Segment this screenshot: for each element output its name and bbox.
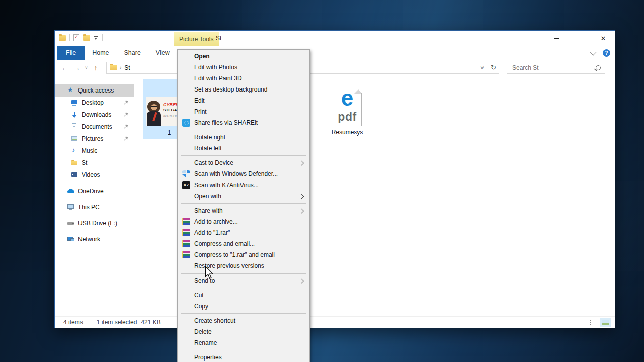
menu-item-send-to[interactable]: Send to [178,275,309,286]
ribbon-tabs: File Home Share View ? [55,46,615,60]
submenu-arrow-icon [299,194,303,199]
close-button[interactable]: ✕ [592,31,615,46]
menu-item-scan-with-windows-defender[interactable]: Scan with Windows Defender... [178,168,309,179]
winrar-icon [182,240,190,247]
sidebar-item-pictures[interactable]: Pictures [55,133,134,145]
menu-item-set-as-desktop-background[interactable]: Set as desktop background [178,84,309,95]
shareit-icon [182,119,190,127]
sidebar-item-videos[interactable]: Videos [55,169,134,181]
cartoon-glasses [151,106,157,107]
usb-icon [67,219,75,227]
thispc-icon [67,203,75,211]
menu-item-rotate-right[interactable]: Rotate right [178,132,309,143]
menu-item-scan-with-k7antivirus[interactable]: K7Scan with K7AntiVirus... [178,179,309,191]
breadcrumb-item[interactable]: St [124,64,130,71]
folder-icon [110,65,117,70]
menu-item-compress-to-1-rar-and-email[interactable]: Compress to "1.rar" and email [178,249,309,260]
details-view-icon[interactable] [590,319,597,326]
menu-separator [181,155,306,156]
sidebar-item-this-pc[interactable]: This PC [55,201,134,213]
new-folder-icon[interactable] [83,35,90,41]
tab-file[interactable]: File [57,46,85,60]
menu-item-edit[interactable]: Edit [178,95,309,106]
menu-item-properties[interactable]: Properties [178,352,309,362]
pin-icon [123,124,129,131]
sidebar-item-usb-drive-f[interactable]: USB Drive (F:) [55,217,134,229]
menu-item-open[interactable]: Open [178,51,309,62]
menu-item-compress-and-email[interactable]: Compress and email... [178,238,309,249]
minimize-button[interactable] [545,31,569,46]
mouse-cursor [205,266,213,281]
up-button[interactable]: ↑ [90,64,102,72]
address-dropdown-icon[interactable]: ˅ [477,62,488,73]
menu-item-restore-previous-versions[interactable]: Restore previous versions [178,260,309,272]
onedrive-icon [67,187,75,195]
menu-item-copy[interactable]: Copy [178,301,309,312]
quick-access-toolbar [59,34,103,41]
menu-item-create-shortcut[interactable]: Create shortcut [178,315,309,326]
separator [102,34,103,41]
refresh-icon[interactable]: ↻ [488,62,499,73]
downloads-icon [70,111,78,119]
search-box[interactable] [507,62,605,74]
menu-item-add-to-archive[interactable]: Add to archive... [178,216,309,227]
sidebar: Quick accessDesktopDownloadsDocumentsPic… [55,75,134,316]
network-icon [67,235,75,243]
folder-icon [70,159,78,167]
menu-separator [181,288,306,288]
folder-icon[interactable] [59,35,66,41]
file-tile-resumesys[interactable]: e pdf Resumesys [321,79,373,139]
maximize-button[interactable] [569,31,592,46]
sidebar-item-documents[interactable]: Documents [55,121,134,133]
address-row: ← → ˅ ↑ › St ˅ ↻ [55,60,615,75]
menu-item-share-with[interactable]: Share with [178,205,309,216]
pdf-label: pdf [333,110,361,124]
menu-separator [181,130,306,130]
menu-item-add-to-1-rar[interactable]: Add to "1.rar" [178,227,309,238]
menu-item-rename[interactable]: Rename [178,337,309,348]
collapse-ribbon-icon[interactable] [590,49,597,55]
search-input[interactable] [511,64,596,72]
sidebar-item-quick-access[interactable]: Quick access [55,84,134,97]
breadcrumb-separator: › [120,65,121,70]
thumbnail-view-icon[interactable] [600,318,611,327]
cartoon-face [151,104,157,110]
explorer-window: Picture Tools St ✕ File Home Share View … [54,30,615,328]
customize-toolbar-icon[interactable] [94,35,99,40]
sidebar-item-music[interactable]: Music [55,145,134,157]
pin-icon [123,136,129,143]
status-bar: 4 items 1 item selected 421 KB [55,316,615,328]
properties-icon[interactable] [73,34,79,41]
tab-view[interactable]: View [148,46,177,60]
winrar-icon [182,251,190,258]
sidebar-item-downloads[interactable]: Downloads [55,109,134,121]
menu-item-delete[interactable]: Delete [178,326,309,337]
picture-tools-tab[interactable]: Picture Tools [174,32,219,46]
tab-home[interactable]: Home [85,46,116,60]
menu-item-share-files-via-shareit[interactable]: Share files via SHAREit [178,117,309,128]
sidebar-item-desktop[interactable]: Desktop [55,97,134,109]
recent-locations-icon[interactable]: ˅ [83,65,90,70]
desktop: { "titlebar": { "picture_tools_label": "… [0,0,644,362]
submenu-arrow-icon [299,279,303,283]
menu-separator [181,350,306,350]
help-icon[interactable]: ? [603,49,610,57]
menu-item-cast-to-device[interactable]: Cast to Device [178,157,309,168]
forward-button[interactable]: → [71,64,83,72]
winrar-icon [182,229,190,236]
desktop-icon [70,99,78,107]
menu-item-open-with[interactable]: Open with [178,191,309,202]
menu-item-edit-with-paint-3d[interactable]: Edit with Paint 3D [178,73,309,84]
menu-item-rotate-left[interactable]: Rotate left [178,143,309,154]
search-icon[interactable] [596,65,601,70]
ribbon-right-controls: ? [592,46,610,60]
menu-item-edit-with-photos[interactable]: Edit with Photos [178,62,309,73]
back-button[interactable]: ← [59,64,71,72]
sidebar-item-st[interactable]: St [55,157,134,169]
menu-item-cut[interactable]: Cut [178,290,309,301]
menu-item-print[interactable]: Print [178,106,309,117]
sidebar-item-onedrive[interactable]: OneDrive [55,185,134,197]
tab-share[interactable]: Share [117,46,148,60]
pictures-icon [70,135,78,143]
sidebar-item-network[interactable]: Network [55,233,134,245]
